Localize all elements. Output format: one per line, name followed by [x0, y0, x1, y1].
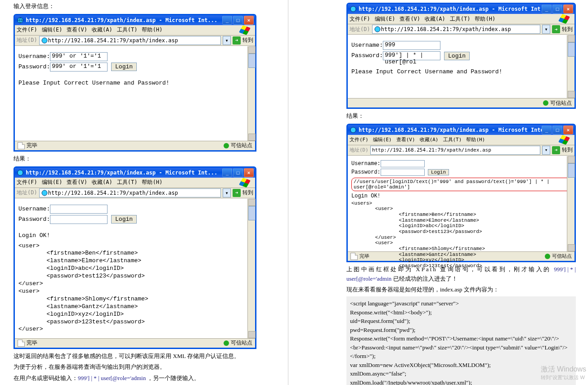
status-done: 完毕	[27, 142, 37, 149]
scrollbar-vertical[interactable]	[247, 199, 255, 338]
login-button[interactable]: Login	[111, 215, 137, 224]
address-dropdown[interactable]: ▾	[542, 25, 550, 34]
menu-file[interactable]: 文件(F)	[350, 15, 370, 23]
address-input[interactable]: http://192.168.254.21:79/xpath/index.asp	[370, 146, 540, 155]
address-input[interactable]: http://192.168.254.21:79/xpath/index.asp	[372, 25, 540, 34]
status-done: 完毕	[27, 339, 37, 347]
menu-file[interactable]: 文件(F)	[17, 179, 37, 186]
menu-fav[interactable]: 收藏(A)	[420, 136, 439, 143]
go-button-icon[interactable]: ➜	[552, 25, 560, 33]
address-input[interactable]: http://192.168.254.21:79/xpath/index.asp	[39, 188, 221, 197]
close-button[interactable]: ×	[563, 125, 573, 134]
menu-view[interactable]: 查看(V)	[67, 179, 87, 186]
menu-fav[interactable]: 收藏(A)	[92, 179, 112, 186]
close-button[interactable]: ×	[244, 16, 254, 25]
login-button[interactable]: Login	[111, 63, 137, 71]
login-button[interactable]: Login	[444, 52, 470, 60]
para-3a: 在用户名或密码处输入：	[13, 375, 78, 381]
menu-fav[interactable]: 收藏(A)	[425, 15, 445, 23]
go-button-label[interactable]: 转到	[562, 26, 573, 33]
status-trust: 可信站点	[231, 142, 252, 149]
menu-file[interactable]: 文件(F)	[350, 136, 368, 143]
menu-tools[interactable]: 工具(T)	[117, 179, 138, 186]
username-input[interactable]: 999' or '1'='1	[50, 52, 108, 61]
maximize-button[interactable]: □	[233, 168, 243, 177]
password-input[interactable]: 999'] | * | user[@rol	[383, 51, 440, 60]
address-url: http://192.168.254.21:79/xpath/index.asp	[372, 147, 491, 153]
address-dropdown[interactable]: ▾	[223, 36, 231, 45]
menu-edit[interactable]: 编辑(E)	[42, 26, 63, 34]
go-button-icon[interactable]: ➜	[552, 146, 560, 154]
address-url: http://192.168.254.21:79/xpath/index.asp	[48, 190, 178, 196]
page-content: Username:999 Password:999'] | * | user[@…	[348, 35, 575, 98]
maximize-button[interactable]: □	[233, 16, 243, 25]
password-input[interactable]	[50, 215, 108, 224]
menu-tools[interactable]: 工具(T)	[117, 26, 138, 34]
menu-edit[interactable]: 编辑(E)	[375, 15, 395, 23]
menu-view[interactable]: 查看(V)	[396, 136, 415, 143]
scrollbar-vertical[interactable]	[567, 35, 575, 98]
ie-icon	[41, 37, 48, 44]
statusbar: 可信站点	[348, 98, 575, 107]
password-input[interactable]	[381, 169, 425, 176]
address-label: 地址(D)	[350, 26, 370, 33]
password-input[interactable]: 999' or '1'='1	[50, 63, 108, 72]
menu-help[interactable]: 帮助(H)	[466, 136, 485, 143]
maximize-button[interactable]: □	[552, 4, 562, 13]
maximize-button[interactable]: □	[552, 125, 562, 134]
menu-edit[interactable]: 编辑(E)	[373, 136, 392, 143]
windows-activation-watermark: 激活 Windows 转到"设置"以激活 W	[541, 365, 586, 381]
username-input[interactable]: 999	[383, 41, 440, 50]
menu-file[interactable]: 文件(F)	[17, 26, 37, 34]
menu-tools[interactable]: 工具(T)	[450, 15, 471, 23]
go-button-label[interactable]: 转到	[562, 146, 573, 154]
username-input[interactable]	[381, 160, 425, 167]
address-input[interactable]: http://192.168.254.21:79/xpath/index.asp	[39, 36, 221, 45]
ie-icon	[17, 169, 24, 176]
statusbar: 完毕 可信站点	[15, 141, 255, 150]
scrollbar-vertical[interactable]	[567, 156, 575, 251]
login-button[interactable]: Login	[428, 169, 449, 175]
minimize-button[interactable]: _	[222, 168, 232, 177]
menu-fav[interactable]: 收藏(A)	[92, 26, 112, 34]
go-button-icon[interactable]: ➜	[233, 189, 241, 197]
menu-help[interactable]: 帮助(H)	[142, 26, 162, 34]
menu-tools[interactable]: 工具(T)	[443, 136, 462, 143]
go-button-label[interactable]: 转到	[242, 36, 253, 44]
close-button[interactable]: ×	[244, 168, 254, 177]
password-label: Password:	[18, 63, 50, 70]
para-1: 这时返回的结果包含了很多敏感的信息，可以判断该应用采用 XML 存储用户认证信息…	[13, 352, 256, 361]
svg-point-5	[375, 27, 380, 32]
username-label: Username:	[351, 42, 383, 49]
minimize-button[interactable]: _	[542, 4, 552, 13]
ie-window-4: http://192.168.254.21:79/xpath/index.asp…	[346, 124, 576, 262]
ie-icon	[374, 26, 381, 33]
menu-help[interactable]: 帮助(H)	[142, 179, 162, 186]
username-input[interactable]	[50, 205, 108, 214]
document-icon	[350, 253, 358, 260]
address-dropdown[interactable]: ▾	[223, 188, 231, 197]
scrollbar-vertical[interactable]	[247, 46, 255, 141]
address-dropdown[interactable]: ▾	[542, 146, 550, 155]
watermark-line-1: 激活 Windows	[541, 365, 586, 374]
menu-view[interactable]: 查看(V)	[67, 26, 87, 34]
status-trust: 可信站点	[231, 339, 252, 347]
login-ok: Login OK!	[351, 193, 571, 199]
column-divider	[288, 0, 288, 385]
svg-point-1	[42, 38, 47, 43]
menu-edit[interactable]: 编辑(E)	[42, 179, 63, 186]
result-label: 结果：	[346, 112, 576, 121]
statusbar: 完毕 可信站点	[15, 338, 255, 348]
minimize-button[interactable]: _	[222, 16, 232, 25]
menu-help[interactable]: 帮助(H)	[475, 15, 495, 23]
close-button[interactable]: ×	[563, 4, 573, 13]
right-column: http://192.168.254.21:79/xpath/index.asp…	[346, 0, 576, 385]
ie-window-3: http://192.168.254.21:79/xpath/index.asp…	[346, 3, 576, 109]
minimize-button[interactable]: _	[542, 125, 552, 134]
address-url: http://192.168.254.21:79/xpath/index.asp	[48, 37, 178, 44]
go-button-label[interactable]: 转到	[242, 189, 253, 197]
error-message: Please Input Correct Username and Passwo…	[351, 68, 571, 75]
address-label: 地址(D)	[17, 189, 37, 197]
go-button-icon[interactable]: ➜	[233, 36, 241, 45]
menu-view[interactable]: 查看(V)	[399, 15, 420, 23]
